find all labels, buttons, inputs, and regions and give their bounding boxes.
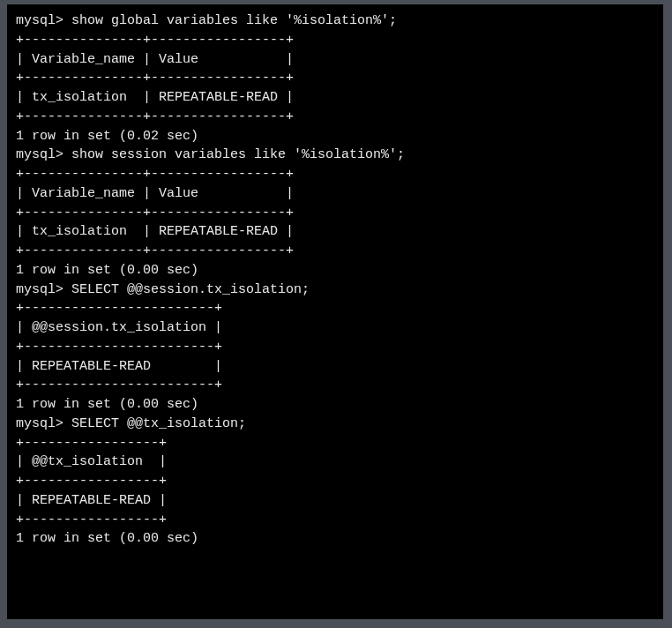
command-text: SELECT @@tx_isolation; bbox=[71, 416, 246, 431]
result-footer: 1 row in set (0.00 sec) bbox=[16, 395, 654, 415]
table-border: +---------------+-----------------+ bbox=[16, 31, 654, 50]
table-border: +------------------------+ bbox=[16, 299, 654, 318]
result-footer: 1 row in set (0.00 sec) bbox=[16, 529, 654, 549]
mysql-prompt: mysql> bbox=[16, 147, 71, 162]
table-border: +-----------------+ bbox=[16, 434, 654, 453]
table-border: +-----------------+ bbox=[16, 511, 654, 530]
table-border: +---------------+-----------------+ bbox=[16, 165, 654, 184]
table-border: +------------------------+ bbox=[16, 376, 654, 395]
mysql-terminal[interactable]: mysql> show global variables like '%isol… bbox=[7, 4, 663, 619]
mysql-prompt: mysql> bbox=[16, 416, 71, 431]
table-row: | REPEATABLE-READ | bbox=[16, 491, 654, 511]
table-border: +---------------+-----------------+ bbox=[16, 204, 654, 223]
table-header: | @@session.tx_isolation | bbox=[16, 318, 654, 338]
table-border: +-----------------+ bbox=[16, 472, 654, 491]
table-header: | Variable_name | Value | bbox=[16, 50, 654, 70]
command-line: mysql> show session variables like '%iso… bbox=[16, 146, 654, 165]
table-header: | Variable_name | Value | bbox=[16, 184, 654, 204]
table-border: +---------------+-----------------+ bbox=[16, 69, 654, 88]
table-border: +---------------+-----------------+ bbox=[16, 108, 654, 127]
command-text: SELECT @@session.tx_isolation; bbox=[71, 282, 310, 297]
table-row: | REPEATABLE-READ | bbox=[16, 357, 654, 377]
command-line: mysql> show global variables like '%isol… bbox=[16, 11, 654, 31]
command-line: mysql> SELECT @@tx_isolation; bbox=[16, 415, 654, 434]
table-border: +---------------+-----------------+ bbox=[16, 242, 654, 261]
command-text: show session variables like '%isolation%… bbox=[71, 147, 405, 162]
command-line: mysql> SELECT @@session.tx_isolation; bbox=[16, 280, 654, 300]
mysql-prompt: mysql> bbox=[16, 13, 71, 28]
mysql-prompt: mysql> bbox=[16, 282, 71, 297]
table-border: +------------------------+ bbox=[16, 338, 654, 357]
result-footer: 1 row in set (0.02 sec) bbox=[16, 127, 654, 146]
table-row: | tx_isolation | REPEATABLE-READ | bbox=[16, 222, 654, 242]
table-row: | tx_isolation | REPEATABLE-READ | bbox=[16, 88, 654, 108]
result-footer: 1 row in set (0.00 sec) bbox=[16, 261, 654, 280]
command-text: show global variables like '%isolation%'… bbox=[71, 13, 397, 28]
table-header: | @@tx_isolation | bbox=[16, 452, 654, 472]
